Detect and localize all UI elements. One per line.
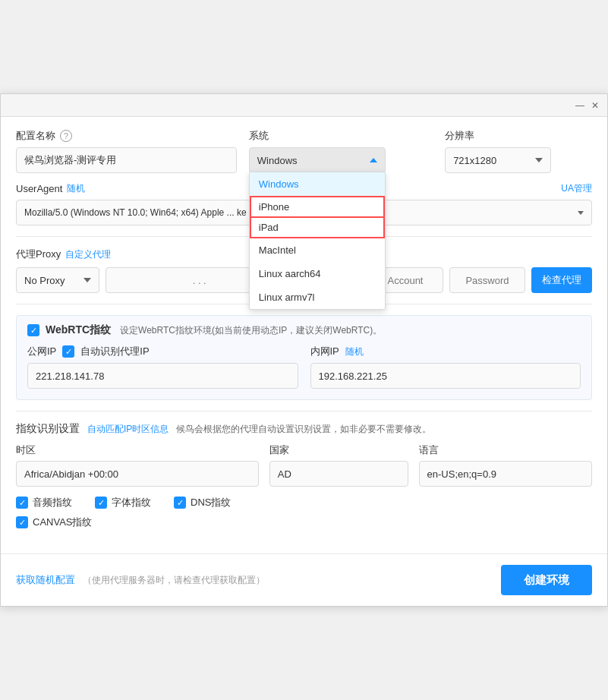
fingerprint-checks-row1: ✓ 音频指纹 ✓ 字体指纹 ✓ DNS指纹: [16, 496, 592, 509]
main-window: — ✕ 配置名称 ? 系统 Windows: [0, 93, 608, 607]
minimize-button[interactable]: —: [574, 99, 586, 112]
dropdown-item-macintel[interactable]: MacIntel: [250, 238, 385, 262]
timezone-label: 时区: [16, 443, 259, 457]
proxy-type-select[interactable]: No Proxy: [16, 267, 99, 293]
webrtc-desc: 设定WebRTC指纹环境(如当前使用动态IP，建议关闭WebRTC)。: [120, 324, 382, 337]
dropdown-item-windows-label: Windows: [259, 178, 299, 190]
fingerprint-section: 指纹识别设置 自动匹配IP时区信息 候鸟会根据您的代理自动设置识别设置，如非必要…: [16, 422, 592, 529]
config-name-group: 配置名称 ?: [16, 129, 237, 173]
proxy-label: 代理Proxy: [16, 248, 61, 261]
webrtc-label: WebRTC指纹: [46, 323, 111, 337]
language-group: 语言 en-US;en;q=0.9: [419, 443, 592, 487]
audio-fingerprint-checkbox[interactable]: ✓: [16, 497, 28, 509]
system-arrow-up-icon: [370, 158, 377, 162]
country-label: 国家: [269, 443, 408, 457]
create-env-button[interactable]: 创建环境: [501, 565, 592, 595]
language-select[interactable]: en-US;en;q=0.9: [419, 461, 592, 487]
resolution-group: 分辨率 721x1280: [445, 129, 592, 173]
dns-fingerprint-label: DNS指纹: [191, 496, 231, 509]
divider-3: [16, 411, 592, 411]
font-fingerprint-checkbox[interactable]: ✓: [95, 497, 107, 509]
timezone-value: Africa/Abidjan +00:00: [24, 468, 118, 480]
useragent-random-link[interactable]: 随机: [67, 182, 85, 195]
fingerprint-desc: 候鸟会根据您的代理自动设置识别设置，如非必要不需要修改。: [176, 423, 431, 436]
fingerprint-auto-link[interactable]: 自动匹配IP时区信息: [87, 423, 169, 436]
resolution-value: 721x1280: [453, 155, 496, 166]
dropdown-item-macintel-label: MacIntel: [259, 244, 296, 256]
fingerprint-title: 指纹识别设置: [16, 422, 80, 436]
close-button[interactable]: ✕: [589, 99, 601, 112]
dropdown-item-linux-armv7l-label: Linux armv7l: [259, 292, 315, 303]
dropdown-item-iphone-label: iPhone: [259, 201, 289, 213]
dropdown-item-iphone[interactable]: iPhone: [250, 196, 385, 218]
public-ip-label-row: 公网IP ✓ 自动识别代理IP: [27, 345, 298, 358]
dropdown-item-linux-armv7l[interactable]: Linux armv7l: [250, 285, 385, 309]
footer: 获取随机配置 （使用代理服务器时，请检查代理获取配置） 创建环境: [1, 553, 607, 606]
ua-manage-link[interactable]: UA管理: [561, 182, 592, 195]
useragent-arrow-down-icon: [578, 211, 584, 215]
resolution-label: 分辨率: [445, 129, 592, 143]
fingerprint-header: 指纹识别设置 自动匹配IP时区信息 候鸟会根据您的代理自动设置识别设置，如非必要…: [16, 422, 592, 436]
country-select[interactable]: AD: [269, 461, 408, 487]
timezone-select[interactable]: Africa/Abidjan +00:00: [16, 461, 259, 487]
dropdown-item-linux-aarch64-label: Linux aarch64: [259, 268, 321, 279]
system-group: 系统 Windows Windows iPhone iPad: [249, 129, 433, 173]
proxy-password-input[interactable]: [449, 267, 525, 293]
font-fingerprint-label: 字体指纹: [112, 496, 151, 509]
public-ip-label: 公网IP: [27, 345, 56, 358]
titlebar: — ✕: [1, 94, 607, 117]
form-content: 配置名称 ? 系统 Windows Windows: [1, 117, 607, 553]
system-label: 系统: [249, 129, 433, 143]
country-value: AD: [278, 468, 291, 480]
config-name-label-row: 配置名称 ?: [16, 129, 237, 143]
private-ip-input[interactable]: [310, 363, 581, 389]
footer-left: 获取随机配置 （使用代理服务器时，请检查代理获取配置）: [16, 573, 265, 587]
public-ip-input[interactable]: [27, 363, 298, 389]
help-icon[interactable]: ?: [60, 130, 72, 142]
resolution-select[interactable]: 721x1280: [445, 147, 551, 173]
auto-detect-checkbox[interactable]: ✓: [62, 345, 74, 358]
dropdown-item-ipad-label: iPad: [259, 222, 279, 233]
auto-detect-label: 自动识别代理IP: [80, 345, 149, 358]
proxy-custom-link[interactable]: 自定义代理: [65, 248, 111, 261]
config-name-label: 配置名称: [16, 129, 55, 143]
top-row: 配置名称 ? 系统 Windows Windows: [16, 129, 592, 173]
dropdown-item-ipad[interactable]: iPad: [250, 218, 385, 238]
country-group: 国家 AD: [269, 443, 408, 487]
canvas-fingerprint-group: ✓ CANVAS指纹: [16, 516, 93, 529]
proxy-type-arrow-icon: [83, 278, 91, 282]
audio-fingerprint-label: 音频指纹: [33, 496, 72, 509]
config-name-input[interactable]: [16, 147, 237, 173]
proxy-check-button[interactable]: 检查代理: [531, 267, 592, 293]
private-ip-random-link[interactable]: 随机: [345, 345, 364, 358]
public-ip-group: 公网IP ✓ 自动识别代理IP: [27, 345, 298, 389]
fingerprint-checks-row2: ✓ CANVAS指纹: [16, 516, 592, 529]
private-ip-group: 内网IP 随机: [310, 345, 581, 389]
timezone-group: 时区 Africa/Abidjan +00:00: [16, 443, 259, 487]
dns-fingerprint-checkbox[interactable]: ✓: [174, 497, 186, 509]
timezone-row: 时区 Africa/Abidjan +00:00 国家 AD 语言: [16, 443, 592, 487]
webrtc-section: ✓ WebRTC指纹 设定WebRTC指纹环境(如当前使用动态IP，建议关闭We…: [16, 315, 592, 400]
private-ip-label: 内网IP: [310, 345, 339, 358]
canvas-fingerprint-label: CANVAS指纹: [33, 516, 93, 529]
dropdown-item-linux-aarch64[interactable]: Linux aarch64: [250, 262, 385, 285]
dns-fingerprint-group: ✓ DNS指纹: [174, 496, 231, 509]
proxy-type-value: No Proxy: [24, 275, 65, 286]
dropdown-item-windows[interactable]: Windows: [250, 172, 385, 196]
system-select[interactable]: Windows: [249, 147, 386, 173]
webrtc-header-row: ✓ WebRTC指纹 设定WebRTC指纹环境(如当前使用动态IP，建议关闭We…: [27, 323, 581, 337]
useragent-label: UserAgent: [16, 183, 62, 194]
system-value: Windows: [257, 155, 298, 166]
canvas-fingerprint-checkbox[interactable]: ✓: [16, 516, 28, 528]
ip-row: 公网IP ✓ 自动识别代理IP 内网IP 随机: [27, 345, 581, 389]
footer-desc: （使用代理服务器时，请检查代理获取配置）: [83, 574, 265, 587]
audio-fingerprint-group: ✓ 音频指纹: [16, 496, 72, 509]
system-dropdown-menu: Windows iPhone iPad MacIntel Linux aarch…: [249, 172, 386, 310]
language-label: 语言: [419, 443, 592, 457]
language-value: en-US;en;q=0.9: [427, 468, 496, 480]
webrtc-checkbox[interactable]: ✓: [27, 324, 39, 336]
private-ip-label-row: 内网IP 随机: [310, 345, 581, 358]
random-config-link[interactable]: 获取随机配置: [16, 573, 75, 587]
font-fingerprint-group: ✓ 字体指纹: [95, 496, 151, 509]
resolution-arrow-down-icon: [535, 158, 543, 162]
